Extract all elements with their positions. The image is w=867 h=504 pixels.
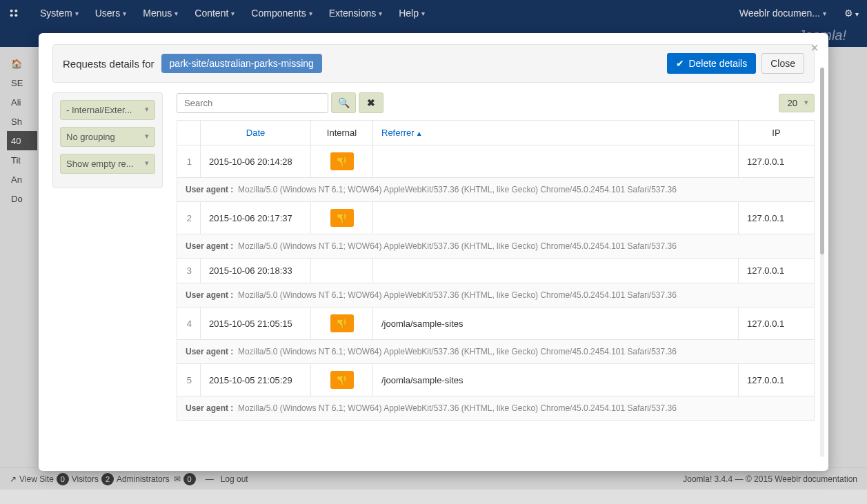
col-date[interactable]: Date [201,121,311,145]
row-internal: 👎 [311,145,373,178]
ua-label: User agent : [186,403,233,413]
table-row: 12015-10-06 20:14:28👎127.0.0.1 [177,145,815,178]
row-ip: 127.0.0.1 [739,308,815,340]
row-num: 4 [177,308,201,340]
row-referrer [373,259,739,283]
filters-sidebar: - Internal/Exter... No grouping Show emp… [52,92,163,188]
request-details-modal: × Requests details for park-site/austral… [39,33,828,471]
row-ip: 127.0.0.1 [739,364,815,396]
user-agent-row: User agent : Mozilla/5.0 (Windows NT 6.1… [177,396,815,421]
delete-details-button[interactable]: ✔ Delete details [667,53,756,74]
row-num: 5 [177,364,201,396]
row-referrer: /joomla/sample-sites [373,364,739,396]
col-internal: Internal [311,121,373,145]
table-row: 22015-10-06 20:17:37👎127.0.0.1 [177,202,815,234]
toolbar: 🔍 ✖ 20 [177,92,815,113]
row-internal: 👎 [311,202,373,234]
ua-value: Mozilla/5.0 (Windows NT 6.1; WOW64) Appl… [238,185,677,194]
col-ip: IP [739,121,815,145]
user-agent-row: User agent : Mozilla/5.0 (Windows NT 6.1… [177,283,815,308]
thumbs-down-icon: 👎 [336,319,348,329]
row-internal: 👎 [311,308,373,340]
clear-search-button[interactable]: ✖ [359,92,383,113]
close-button[interactable]: Close [761,53,804,74]
modal-scrollbar[interactable] [820,68,824,457]
search-input[interactable] [177,93,328,113]
table-row: 42015-10-05 21:05:15👎/joomla/sample-site… [177,308,815,340]
row-referrer [373,145,739,178]
row-referrer: /joomla/sample-sites [373,308,739,340]
user-agent-row: User agent : Mozilla/5.0 (Windows NT 6.1… [177,234,815,259]
row-date: 2015-10-05 21:05:15 [201,308,311,340]
thumbs-down-button[interactable]: 👎 [330,371,354,389]
row-date: 2015-10-06 20:18:33 [201,259,311,283]
check-icon: ✔ [676,58,684,69]
thumbs-down-icon: 👎 [336,213,348,223]
search-button[interactable]: 🔍 [331,92,356,113]
row-num: 3 [177,259,201,283]
table-row: 32015-10-06 20:18:33127.0.0.1 [177,259,815,283]
search-icon: 🔍 [338,97,350,108]
modal-header: Requests details for park-site/australia… [52,44,815,83]
filter-internal-external[interactable]: - Internal/Exter... [60,100,155,120]
user-agent-row: User agent : Mozilla/5.0 (Windows NT 6.1… [177,178,815,202]
row-ip: 127.0.0.1 [739,259,815,283]
row-date: 2015-10-06 20:14:28 [201,145,311,178]
row-referrer [373,202,739,234]
thumbs-down-button[interactable]: 👎 [330,152,354,170]
row-date: 2015-10-05 21:05:29 [201,364,311,396]
row-date: 2015-10-06 20:17:37 [201,202,311,234]
ua-label: User agent : [186,185,233,194]
col-referrer[interactable]: Referrer▲ [373,121,739,145]
row-internal [311,259,373,283]
requests-table: Date Internal Referrer▲ IP 12015-10-06 2… [177,120,815,421]
modal-title-prefix: Requests details for [63,58,155,70]
url-badge: park-site/australian-parks-missing [161,54,322,73]
ua-label: User agent : [186,347,233,356]
col-num [177,121,201,145]
filter-empty-referrers[interactable]: Show empty re... [60,154,155,174]
close-icon[interactable]: × [810,40,819,56]
thumbs-down-button[interactable]: 👎 [330,314,354,332]
row-ip: 127.0.0.1 [739,202,815,234]
ua-value: Mozilla/5.0 (Windows NT 6.1; WOW64) Appl… [238,347,677,356]
thumbs-down-icon: 👎 [336,157,348,167]
user-agent-row: User agent : Mozilla/5.0 (Windows NT 6.1… [177,340,815,364]
thumbs-down-icon: 👎 [336,375,348,385]
ua-value: Mozilla/5.0 (Windows NT 6.1; WOW64) Appl… [238,403,677,413]
row-ip: 127.0.0.1 [739,145,815,178]
row-num: 1 [177,145,201,178]
ua-label: User agent : [186,290,233,300]
row-internal: 👎 [311,364,373,396]
ua-value: Mozilla/5.0 (Windows NT 6.1; WOW64) Appl… [238,241,677,251]
table-row: 52015-10-05 21:05:29👎/joomla/sample-site… [177,364,815,396]
page-size-select[interactable]: 20 [779,94,815,112]
clear-icon: ✖ [367,97,375,108]
ua-label: User agent : [186,241,233,251]
filter-grouping[interactable]: No grouping [60,127,155,147]
sort-asc-icon: ▲ [416,130,423,137]
thumbs-down-button[interactable]: 👎 [330,209,354,227]
row-num: 2 [177,202,201,234]
ua-value: Mozilla/5.0 (Windows NT 6.1; WOW64) Appl… [238,290,677,300]
